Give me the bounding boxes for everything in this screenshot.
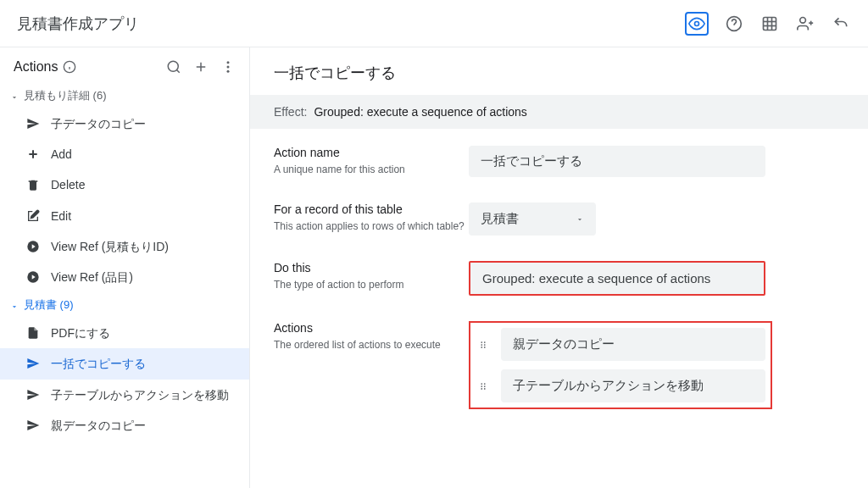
file-icon <box>25 325 41 341</box>
do-this-label: Do this <box>274 261 469 274</box>
plus-icon <box>25 147 41 162</box>
sidebar-action-item[interactable]: View Ref (見積もりID) <box>0 231 249 262</box>
send-icon <box>25 387 41 402</box>
help-icon[interactable] <box>724 14 744 34</box>
sidebar-action-item[interactable]: 親データのコピー <box>0 410 249 441</box>
sidebar-title: Actions <box>14 59 76 75</box>
do-this-select[interactable]: Grouped: execute a sequence of actions <box>469 261 765 296</box>
sidebar-action-item[interactable]: 子テーブルからアクションを移動 <box>0 380 249 410</box>
svg-point-26 <box>484 341 486 343</box>
group-header[interactable]: 見積もり詳細 (6) <box>0 83 249 108</box>
svg-point-18 <box>227 61 230 64</box>
svg-point-27 <box>481 344 482 346</box>
sidebar-action-item[interactable]: Edit <box>0 201 249 231</box>
svg-point-8 <box>800 17 806 23</box>
trash-icon <box>25 177 41 192</box>
action-name-sub: A unique name for this action <box>274 163 469 177</box>
svg-line-15 <box>176 69 179 72</box>
action-entry[interactable]: 子テーブルからアクションを移動 <box>476 369 765 402</box>
sidebar: Actions 見積もり詳細 (6)子データのコピーAddDeleteEditV… <box>0 47 250 488</box>
svg-rect-3 <box>764 17 776 30</box>
sidebar-action-item[interactable]: PDFにする <box>0 318 249 348</box>
search-icon[interactable] <box>166 59 181 75</box>
svg-point-31 <box>481 383 482 385</box>
action-name-input[interactable] <box>469 146 765 177</box>
sidebar-action-item[interactable]: Add <box>0 139 249 169</box>
add-user-icon[interactable] <box>795 14 815 34</box>
app-title: 見積書作成アプリ <box>17 14 139 34</box>
table-label: For a record of this table <box>274 202 469 216</box>
edit-icon <box>25 208 41 224</box>
arrow-circle-icon <box>25 239 41 254</box>
effect-bar: Effect: Grouped: execute a sequence of a… <box>250 95 868 129</box>
send-icon <box>25 418 41 433</box>
svg-point-36 <box>484 388 486 390</box>
sidebar-action-item[interactable]: 一括でコピーする <box>0 348 249 379</box>
top-icons <box>685 12 851 36</box>
do-this-sub: The type of action to perform <box>274 278 469 292</box>
top-bar: 見積書作成アプリ <box>0 0 868 47</box>
sidebar-header: Actions <box>0 47 249 83</box>
action-entry[interactable]: 親データのコピー <box>476 328 765 361</box>
svg-point-30 <box>484 347 486 348</box>
svg-point-34 <box>484 385 486 387</box>
add-icon[interactable] <box>193 59 209 75</box>
more-icon[interactable] <box>220 59 236 75</box>
svg-point-25 <box>481 341 482 343</box>
main-panel: 一括でコピーする Effect: Grouped: execute a sequ… <box>250 47 868 488</box>
svg-point-14 <box>168 61 178 71</box>
info-icon[interactable] <box>63 60 76 74</box>
sidebar-action-item[interactable]: View Ref (品目) <box>0 262 249 292</box>
actions-label: Actions <box>274 321 469 335</box>
drag-handle-icon[interactable] <box>476 337 491 352</box>
undo-icon[interactable] <box>831 14 851 34</box>
action-entry-text[interactable]: 親データのコピー <box>501 328 765 361</box>
action-entry-text[interactable]: 子テーブルからアクションを移動 <box>501 369 765 402</box>
arrow-circle-icon <box>25 269 41 285</box>
drag-handle-icon[interactable] <box>476 379 491 394</box>
send-icon <box>25 116 41 131</box>
svg-point-29 <box>481 347 482 348</box>
svg-point-35 <box>481 388 482 390</box>
table-icon[interactable] <box>760 14 780 34</box>
group-header[interactable]: 見積書 (9) <box>0 292 249 318</box>
chevron-down-icon <box>576 215 584 224</box>
svg-point-28 <box>484 344 486 346</box>
effect-label: Effect: <box>274 105 307 119</box>
effect-value: Grouped: execute a sequence of actions <box>314 105 526 119</box>
action-name-label: Action name <box>274 146 469 159</box>
sidebar-action-item[interactable]: 子データのコピー <box>0 108 249 139</box>
send-icon <box>25 356 41 371</box>
sidebar-action-item[interactable]: Delete <box>0 169 249 200</box>
action-title: 一括でコピーする <box>250 47 868 95</box>
svg-point-19 <box>227 66 230 69</box>
table-sub: This action applies to rows of which tab… <box>274 219 469 234</box>
caret-down-icon <box>10 301 19 309</box>
actions-sub: The ordered list of actions to execute <box>274 338 469 352</box>
svg-point-33 <box>481 385 482 387</box>
svg-point-0 <box>695 21 699 25</box>
actions-list: 親データのコピー子テーブルからアクションを移動 <box>469 321 772 409</box>
table-select[interactable]: 見積書 <box>469 202 596 236</box>
svg-point-20 <box>227 70 230 73</box>
preview-icon[interactable] <box>685 12 709 36</box>
svg-point-32 <box>484 383 486 385</box>
caret-down-icon <box>10 92 19 100</box>
